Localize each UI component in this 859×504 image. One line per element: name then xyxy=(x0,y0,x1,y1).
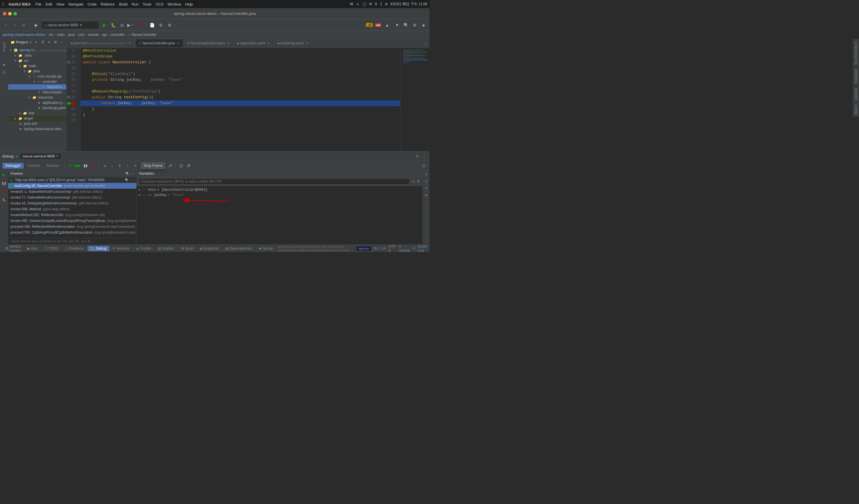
run-to-cursor-btn[interactable]: ⇢ xyxy=(132,163,138,169)
tree-item-package[interactable]: ▼ □ com.mcode.api xyxy=(8,74,66,79)
sdk-btn[interactable]: 📄 xyxy=(148,21,156,29)
menu-refactor[interactable]: Refactor xyxy=(101,2,115,6)
breadcrumb-nacos-controller[interactable]: NacosController xyxy=(132,33,157,37)
expand-all-btn[interactable]: ⇵ xyxy=(40,40,45,45)
close-button[interactable] xyxy=(3,12,6,15)
restart-debug-btn[interactable]: ↻ xyxy=(67,163,74,169)
gear-btn[interactable]: ⚙ xyxy=(411,21,418,29)
frame-item-5[interactable]: invokeMethod:282, ReflectionUtils (org.s… xyxy=(8,212,136,218)
code-content[interactable]: @RestController @RefreshScope public cla… xyxy=(80,48,400,151)
vtab-project[interactable]: Project xyxy=(1,40,7,54)
filter-icon[interactable]: 🔍 xyxy=(125,172,130,175)
filter-btn[interactable]: 🔍 xyxy=(125,178,129,182)
tree-item-bootstrap-yaml[interactable]: ■ bootstrap.yaml xyxy=(8,105,66,110)
sidebar-settings-btn[interactable]: ⚙ xyxy=(53,40,58,45)
breadcrumb-controller[interactable]: controller xyxy=(110,33,125,37)
frame-item-1[interactable]: invoke0:-1, NativeMethodAccessorImpl (jd… xyxy=(8,189,136,195)
maximize-button[interactable] xyxy=(13,12,17,15)
debug-session-selector[interactable]: nacos-service-9000 ✕ xyxy=(20,154,61,159)
breadcrumb-src[interactable]: src xyxy=(49,33,54,37)
tree-item-src[interactable]: ▼ 📁 src xyxy=(8,58,66,63)
step-over-btn[interactable]: ↘ xyxy=(101,163,108,169)
debug-panel-close[interactable]: – xyxy=(421,153,427,159)
statusbar-tab-build[interactable]: ♻ Build xyxy=(178,246,196,251)
toolbar-forward-btn[interactable]: → xyxy=(11,21,19,29)
statusbar-tab-spring[interactable]: ❀ Spring xyxy=(256,246,276,251)
maximize-panel-btn[interactable]: ◻ xyxy=(421,163,427,169)
tab-console[interactable]: Console xyxy=(24,163,43,169)
tree-item-app-yaml[interactable]: ■ application.yaml xyxy=(8,100,66,105)
var-item-this[interactable]: ► □ this = {NacosController@8663} xyxy=(137,187,422,193)
tree-item-iml[interactable]: ■ spring-cloud-nacos-demo.iml xyxy=(8,126,66,132)
var-item-jwtkey[interactable]: ► □ ○○ jwtKey = "xxxx" xyxy=(137,193,422,198)
locate-file-btn[interactable]: ⌖ xyxy=(33,40,39,45)
menu-tools[interactable]: Tools xyxy=(143,2,151,6)
statusbar-tab-profiler[interactable]: ▲ Profiler xyxy=(133,246,154,251)
set-value-btn[interactable]: ✎ xyxy=(423,185,429,191)
eval-input[interactable] xyxy=(139,178,410,185)
vtab-bookmarks[interactable]: ★ xyxy=(1,61,7,68)
statusbar-tab-statistic[interactable]: ▤ Statistic xyxy=(155,246,177,251)
tab-application-yaml[interactable]: ■ application.yaml ✕ xyxy=(234,39,274,47)
statusbar-tab-run[interactable]: ▶ Run xyxy=(25,246,41,251)
thread-item[interactable]: ▶ "http-nio-9001-exec-1"@8,254 in group … xyxy=(8,177,136,183)
tree-item-main[interactable]: ▼ 📁 main xyxy=(8,63,66,68)
frame-item-6[interactable]: invoke:485, GenericScope$LockedScopedPro… xyxy=(8,218,136,224)
menu-view[interactable]: View xyxy=(56,2,64,6)
tree-item-nacos-app[interactable]: A NacosApplication xyxy=(8,90,66,95)
toolbar-user-btn[interactable]: ☺ xyxy=(20,21,27,29)
code-editor[interactable]: 17 18 ▶ 19 20 21 22 23 24 ▶ 25 xyxy=(66,48,430,151)
breadcrumb-api[interactable]: api xyxy=(102,33,107,37)
tab-bootstrap-yaml[interactable]: ■ bootstrap.yaml ✕ xyxy=(274,39,312,47)
evaluate-btn[interactable]: ⎇ xyxy=(167,163,173,169)
sidebar-dropdown[interactable]: ▼ xyxy=(29,41,32,44)
search-btn[interactable]: 🔍 xyxy=(402,21,410,29)
frame-item-7[interactable]: proceed:186, ReflectiveMethodInvocation … xyxy=(8,224,136,230)
menu-file[interactable]: File xyxy=(35,2,42,6)
breadcrumb-com[interactable]: com xyxy=(78,33,85,37)
menu-code[interactable]: Code xyxy=(88,2,96,6)
minimize-button[interactable] xyxy=(8,12,12,15)
coverage-btn[interactable]: ⚖ xyxy=(118,21,126,29)
step-into-btn[interactable]: ↓ xyxy=(109,163,115,169)
statusbar-tab-debug[interactable]: 🐛 Debug xyxy=(88,246,109,251)
thread-more-btn[interactable]: ⋯ xyxy=(131,178,134,182)
statusbar-tab-terminal[interactable]: ⎘ Terminal xyxy=(110,246,132,251)
down-arrow-btn[interactable]: ▼ xyxy=(393,21,401,29)
watch-btn[interactable]: 👁 xyxy=(423,193,429,198)
stop-debug-btn[interactable]: ■ xyxy=(90,163,96,169)
force-step-into-btn[interactable]: ⇓ xyxy=(117,163,123,169)
pause-btn[interactable]: ▮▮ xyxy=(82,163,89,169)
tab-more-btn[interactable]: ⋯ xyxy=(421,41,428,46)
event-log[interactable]: ⓘ xyxy=(412,246,416,251)
step-out-btn[interactable]: ↑ xyxy=(124,163,131,169)
settings-frames-btn[interactable]: ☰ xyxy=(185,163,192,169)
tab-debugger[interactable]: Debugger xyxy=(2,163,24,169)
collapse-all-btn[interactable]: ⇳ xyxy=(46,40,52,45)
statusbar-tab-endpoints[interactable]: ◈ Endpoints xyxy=(197,246,222,251)
nacos-controller-tab-close[interactable]: ✕ xyxy=(176,41,180,45)
frame-item-3[interactable]: invoke:43, DelegatingMethodAccessorImpl … xyxy=(8,200,136,206)
up-arrow-btn[interactable]: ▲ xyxy=(383,21,391,29)
tree-item-root[interactable]: ▼ 📀 spring-cloud-nacos-demo /Volumes/min… xyxy=(8,48,66,53)
profile-btn[interactable]: ⚙ xyxy=(157,21,165,29)
statusbar-tab-dependencies[interactable]: ▤ Dependencies xyxy=(222,246,255,251)
statusbar-tab-todo[interactable]: ☐ TODO xyxy=(41,246,61,251)
breadcrumb-java[interactable]: java xyxy=(68,33,74,37)
tree-item-java[interactable]: ▼ 📁 java xyxy=(8,68,66,74)
menu-edit[interactable]: Edit xyxy=(46,2,52,6)
debug-stop-icon[interactable]: ■ xyxy=(1,188,7,195)
more-run-btn[interactable]: ▶⋯ xyxy=(127,21,135,29)
frame-item-8[interactable]: proceed:763, CglibAopProxy$CglibMethodIn… xyxy=(8,230,136,235)
debug-resume-icon[interactable]: ▶ xyxy=(1,171,7,179)
paste-value-btn[interactable]: ⎙ xyxy=(423,179,429,184)
bootstrap-tab-close[interactable]: ✕ xyxy=(305,41,309,45)
menu-run[interactable]: Run xyxy=(132,2,139,6)
sidebar-close-btn[interactable]: – xyxy=(59,40,64,45)
resume-btn[interactable]: ▶▶ xyxy=(75,163,81,169)
tree-item-resources[interactable]: ▼ 📁 resources xyxy=(8,95,66,100)
tree-item-nacos-controller[interactable]: C NacosController xyxy=(8,84,66,90)
tree-item-controller-pkg[interactable]: ▼ □ controller xyxy=(8,79,66,84)
frames-more-icon[interactable]: ⋯ xyxy=(131,172,134,175)
breadcrumb-main[interactable]: main xyxy=(57,33,64,37)
